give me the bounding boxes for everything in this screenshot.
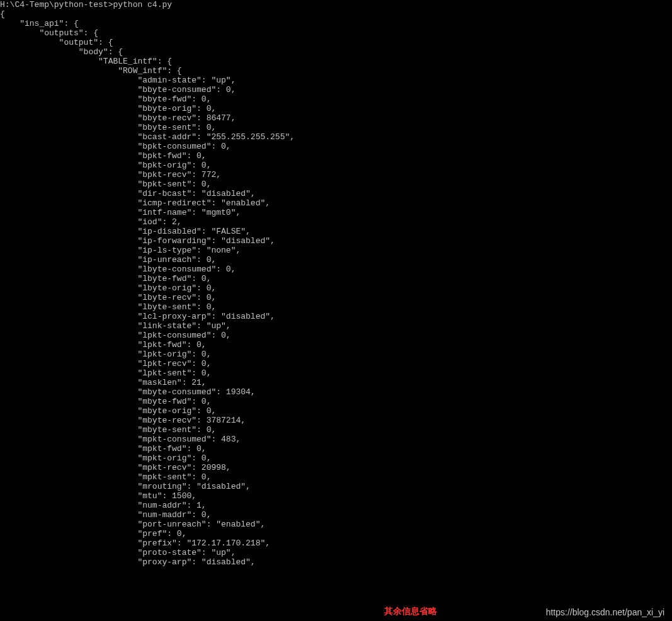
omission-note: 其余信息省略	[384, 606, 437, 617]
terminal-output: H:\C4-Temp\python-test>python c4.py { "i…	[0, 0, 672, 567]
watermark-text: https://blog.csdn.net/pan_xi_yi	[546, 607, 664, 617]
